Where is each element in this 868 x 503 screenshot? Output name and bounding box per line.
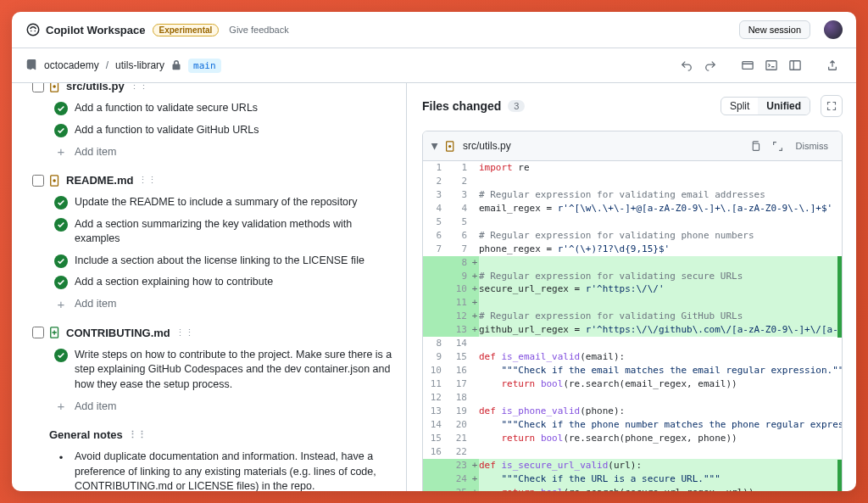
- code-line[interactable]: 1319def is_phone_valid(phone):: [423, 405, 842, 418]
- topbar: Copilot Workspace Experimental Give feed…: [12, 12, 856, 48]
- plan-task[interactable]: Include a section about the license link…: [53, 250, 392, 272]
- give-feedback-link[interactable]: Give feedback: [229, 25, 288, 35]
- expand-button[interactable]: [769, 137, 787, 155]
- plan-task[interactable]: Add a function to validate secure URLs: [53, 98, 392, 120]
- experimental-badge: Experimental: [153, 24, 220, 36]
- svg-point-0: [27, 24, 39, 36]
- plan-file-group: CONTRIBUTING.md⋮⋮Write steps on how to c…: [53, 327, 392, 417]
- plus-icon: +: [54, 399, 68, 413]
- drag-handle-icon[interactable]: ⋮⋮: [128, 429, 147, 440]
- file-modified-icon: [445, 141, 456, 152]
- repo-icon: [25, 59, 37, 71]
- dismiss-button[interactable]: Dismiss: [791, 139, 834, 153]
- avatar[interactable]: [824, 20, 843, 39]
- plan-task[interactable]: Add a section summarizing the key valida…: [53, 214, 392, 250]
- code-line[interactable]: 33# Regular expression for validating em…: [423, 188, 842, 202]
- code-line[interactable]: 915def is_email_valid(email):: [423, 350, 842, 364]
- code-line[interactable]: 10+secure_url_regex = r'^https:\/\/': [423, 282, 842, 296]
- plan-task[interactable]: Write steps on how to contribute to the …: [53, 344, 392, 396]
- code-line[interactable]: 1016 """Check if the email matches the e…: [423, 364, 842, 377]
- svg-rect-4: [766, 61, 776, 70]
- diff-panel: Files changed 3 Split Unified ▶ src/util…: [406, 83, 856, 491]
- panel-folder-button[interactable]: [737, 55, 758, 75]
- code-line[interactable]: 13+github_url_regex = r'^https:\/\/githu…: [423, 323, 842, 337]
- branch-chip[interactable]: main: [188, 59, 221, 73]
- code-line[interactable]: 25+ return bool(re.search(secure_url_reg…: [423, 486, 842, 492]
- fullscreen-button[interactable]: [821, 95, 843, 117]
- code-line[interactable]: 8+: [423, 256, 842, 270]
- plan-file-header[interactable]: README.md⋮⋮: [32, 174, 392, 187]
- code-line[interactable]: 44email_regex = r'^[\w\.\+\-]+@[a-zA-Z0-…: [423, 202, 842, 215]
- add-item-button[interactable]: +Add item: [53, 141, 392, 162]
- undo-button[interactable]: [676, 55, 697, 75]
- code-line[interactable]: 1117 return bool(re.search(email_regex, …: [423, 377, 842, 391]
- code-line[interactable]: 55: [423, 215, 842, 229]
- code-line[interactable]: 22: [423, 175, 842, 188]
- file-checkbox[interactable]: [32, 175, 44, 187]
- svg-rect-5: [790, 61, 800, 70]
- file-modified-icon: [49, 175, 61, 187]
- code-line[interactable]: 23+def is_secure_url_valid(url):: [423, 459, 842, 472]
- code-line[interactable]: 1218: [423, 391, 842, 405]
- diff-view-toggle[interactable]: Split Unified: [721, 97, 810, 115]
- file-modified-icon: [49, 83, 61, 92]
- plan-task[interactable]: Add a function to validate GitHub URLs: [53, 120, 392, 142]
- plan-note[interactable]: •Avoid duplicate documentation and infor…: [53, 446, 392, 491]
- plan-panel: src/utils.py⋮⋮Add a function to validate…: [12, 83, 406, 491]
- svg-rect-3: [743, 62, 753, 70]
- status-check-icon: [54, 218, 68, 232]
- plan-task[interactable]: Update the README to include a summary o…: [53, 192, 392, 214]
- layout-button[interactable]: [785, 55, 805, 75]
- add-item-button[interactable]: +Add item: [53, 293, 392, 315]
- chevron-down-icon[interactable]: ▶: [431, 143, 440, 149]
- code-line[interactable]: 12+# Regular expression for validating G…: [423, 310, 842, 323]
- status-check-icon: [54, 196, 68, 210]
- terminal-button[interactable]: [761, 55, 782, 75]
- files-changed-count: 3: [508, 100, 525, 112]
- code-line[interactable]: 1521 return bool(re.search(phone_regex, …: [423, 432, 842, 445]
- code-line[interactable]: 1622: [423, 445, 842, 459]
- view-unified[interactable]: Unified: [758, 98, 810, 115]
- general-notes-header: General notes⋮⋮: [49, 428, 392, 441]
- status-check-icon: [54, 124, 68, 137]
- code-line[interactable]: 24+ """Check if the URL is a secure URL.…: [423, 472, 842, 486]
- view-split[interactable]: Split: [721, 98, 758, 115]
- svg-point-1: [31, 31, 32, 32]
- code-line[interactable]: 1420 """Check if the phone number matche…: [423, 418, 842, 432]
- code-line[interactable]: 77phone_regex = r'^(\+)?1?\d{9,15}$': [423, 243, 842, 256]
- drag-handle-icon[interactable]: ⋮⋮: [175, 327, 194, 338]
- diff-file-name: src/utils.py: [463, 140, 740, 152]
- diff-body[interactable]: 11import re2233# Regular expression for …: [423, 161, 842, 491]
- plan-file-header[interactable]: src/utils.py⋮⋮: [32, 83, 392, 92]
- task-text: Add a function to validate GitHub URLs: [75, 123, 259, 138]
- lock-icon: [171, 60, 181, 70]
- plan-task[interactable]: Add a section explaining how to contribu…: [53, 271, 392, 293]
- breadcrumb-repo[interactable]: utils-library: [115, 59, 164, 71]
- file-checkbox[interactable]: [32, 83, 44, 92]
- plus-icon: +: [54, 297, 68, 311]
- file-checkbox[interactable]: [32, 327, 44, 338]
- code-line[interactable]: 9+# Regular expression for validating se…: [423, 270, 842, 283]
- redo-button[interactable]: [700, 55, 721, 75]
- share-button[interactable]: [822, 55, 843, 75]
- code-line[interactable]: 814: [423, 337, 842, 350]
- new-session-button[interactable]: New session: [739, 20, 810, 39]
- drag-handle-icon[interactable]: ⋮⋮: [130, 83, 148, 92]
- plan-file-name: README.md: [66, 174, 133, 187]
- plan-file-group: README.md⋮⋮Update the README to include …: [53, 174, 392, 315]
- task-text: Add a section explaining how to contribu…: [75, 275, 273, 290]
- code-line[interactable]: 66# Regular expression for validating ph…: [423, 229, 842, 243]
- product-logo: Copilot Workspace: [25, 22, 146, 37]
- status-check-icon: [54, 349, 68, 362]
- add-item-button[interactable]: +Add item: [53, 395, 392, 416]
- svg-point-9: [53, 179, 56, 182]
- plan-file-header[interactable]: CONTRIBUTING.md⋮⋮: [32, 327, 392, 339]
- copy-button[interactable]: [747, 137, 765, 155]
- task-text: Add a section summarizing the key valida…: [75, 217, 392, 247]
- drag-handle-icon[interactable]: ⋮⋮: [138, 175, 157, 186]
- task-text: Include a section about the license link…: [75, 254, 364, 269]
- code-line[interactable]: 11+: [423, 296, 842, 310]
- plan-file-group: src/utils.py⋮⋮Add a function to validate…: [53, 83, 392, 162]
- code-line[interactable]: 11import re: [423, 161, 842, 175]
- breadcrumb-owner[interactable]: octocademy: [44, 59, 99, 71]
